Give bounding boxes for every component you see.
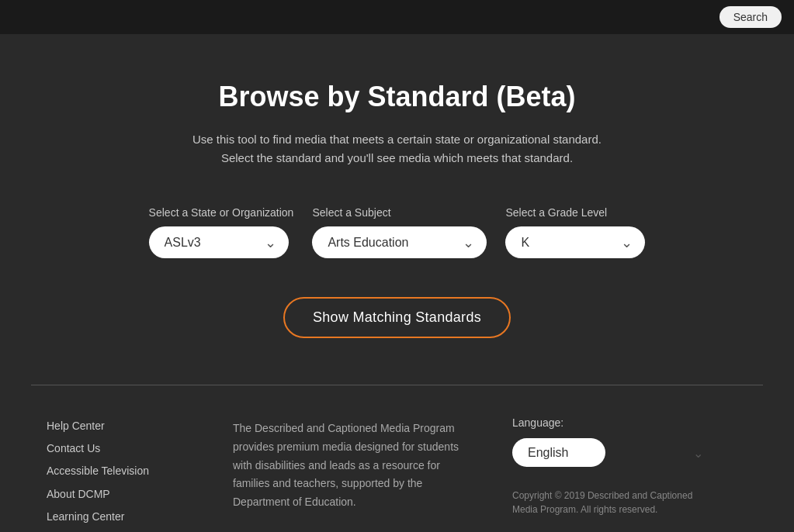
page-title: Browse by Standard (Beta) [16,81,778,113]
grade-dropdown-wrapper: K 123 456 789 101112 ⌄ [505,226,645,258]
footer-language-section: Language: English Spanish French ⌄ Copyr… [512,416,714,532]
selectors-row: Select a State or Organization ASLv3 Com… [16,206,778,258]
header-bar: Search [0,0,794,34]
language-chevron-icon: ⌄ [693,445,703,460]
footer-link-help-center[interactable]: Help Center [47,416,186,436]
footer-description: The Described and Captioned Media Progra… [233,416,466,512]
language-dropdown-wrapper: English Spanish French ⌄ [512,438,714,467]
grade-select[interactable]: K 123 456 789 101112 [505,226,645,258]
grade-group: Select a Grade Level K 123 456 789 10111… [505,206,645,258]
footer-link-learning-center[interactable]: Learning Center [47,507,186,527]
footer-link-about-dcmp[interactable]: About DCMP [47,485,186,504]
state-org-select[interactable]: ASLv3 Common Core NGSS ISTE [149,226,289,258]
state-org-label: Select a State or Organization [149,206,294,219]
footer: Help Center Contact Us Accessible Televi… [0,385,794,532]
language-label: Language: [512,416,714,429]
footer-links-col1: Help Center Contact Us Accessible Televi… [47,416,186,532]
subject-dropdown-wrapper: Arts Education Math Science English Lang… [312,226,487,258]
state-org-dropdown-wrapper: ASLv3 Common Core NGSS ISTE ⌄ [149,226,289,258]
language-select[interactable]: English Spanish French [512,438,605,467]
main-content: Browse by Standard (Beta) Use this tool … [0,34,794,385]
state-org-group: Select a State or Organization ASLv3 Com… [149,206,294,258]
show-btn-row: Show Matching Standards [16,289,778,338]
subject-select[interactable]: Arts Education Math Science English Lang… [312,226,487,258]
grade-label: Select a Grade Level [505,206,607,219]
page-description: Use this tool to find media that meets a… [16,130,778,168]
copyright-text: Copyright © 2019 Described and Captioned… [512,489,714,516]
search-button[interactable]: Search [719,6,782,28]
footer-link-contact-us[interactable]: Contact Us [47,439,186,458]
subject-label: Select a Subject [312,206,390,219]
footer-link-accessible-television[interactable]: Accessible Television [47,461,186,481]
description-line1: Use this tool to find media that meets a… [192,133,602,146]
show-matching-button[interactable]: Show Matching Standards [283,297,511,338]
description-line2: Select the standard and you'll see media… [221,151,573,164]
subject-group: Select a Subject Arts Education Math Sci… [312,206,487,258]
